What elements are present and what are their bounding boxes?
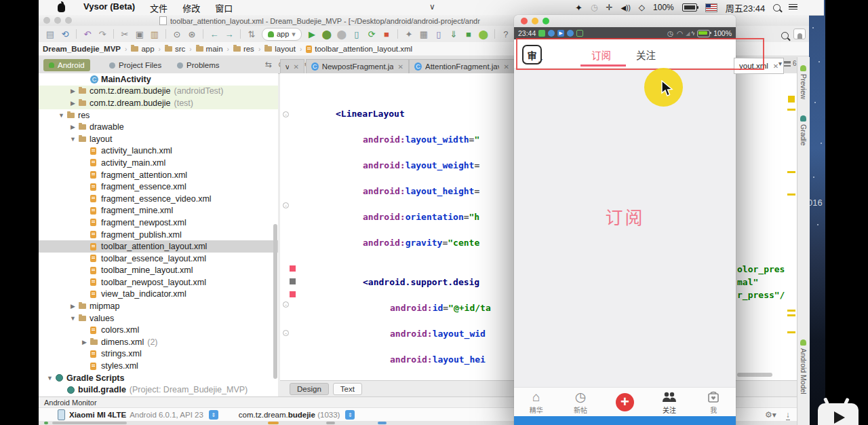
process-name[interactable]: com.tz.dream.budejie (1033) bbox=[239, 411, 340, 419]
nav-item-clock[interactable]: ◷新帖 bbox=[558, 388, 602, 417]
debug-icon[interactable]: ⬤ bbox=[320, 29, 334, 39]
close-icon[interactable] bbox=[43, 17, 50, 24]
nav-item-home[interactable]: ⌂精华 bbox=[514, 388, 558, 417]
stripe-tick[interactable] bbox=[787, 193, 795, 196]
editor-tab-1[interactable]: CNewpostFragment.java✕ bbox=[306, 59, 409, 73]
collapse-icon[interactable]: ⇆ bbox=[265, 60, 272, 69]
copy-icon[interactable]: ▣ bbox=[133, 29, 146, 39]
tool-tab-android[interactable]: Android bbox=[43, 59, 90, 71]
tree-scrollbar[interactable] bbox=[273, 224, 277, 379]
tree-item[interactable]: fragment_publish.xml bbox=[39, 229, 278, 241]
expanded-arrow-icon[interactable]: ▼ bbox=[67, 136, 79, 143]
hidden-tabs-chip[interactable]: ▾ 6 bbox=[778, 60, 797, 67]
collapsed-arrow-icon[interactable]: ▶ bbox=[67, 88, 79, 94]
mode-tab-design[interactable]: Design bbox=[290, 383, 329, 395]
back-icon[interactable]: ← bbox=[208, 29, 221, 39]
menu-item-3[interactable]: 窗口 bbox=[208, 1, 240, 14]
tree-item[interactable]: toolbar_attention_layout.xml bbox=[39, 240, 278, 253]
fold-icon[interactable]: - bbox=[283, 301, 289, 308]
tree-item[interactable]: colors.xml bbox=[39, 324, 278, 336]
expanded-arrow-icon[interactable]: ▼ bbox=[67, 315, 79, 322]
gutter-color-swatch[interactable] bbox=[290, 291, 296, 297]
nav-item-bag[interactable]: 我 bbox=[692, 388, 736, 417]
tree-item[interactable]: strings.xml bbox=[39, 348, 278, 361]
undo-icon[interactable]: ↶ bbox=[81, 29, 94, 39]
tree-item[interactable]: ▶mipmap bbox=[39, 300, 278, 312]
download-icon[interactable]: ↓ bbox=[786, 410, 790, 420]
tree-item[interactable]: ▶com.tz.dream.budejie(test) bbox=[39, 97, 278, 109]
breadcrumb-item-1[interactable]: app bbox=[131, 45, 154, 53]
tree-item[interactable]: activity_main.xml bbox=[39, 157, 278, 169]
close-icon[interactable]: ✕ bbox=[504, 63, 509, 71]
menu-item-0[interactable]: Vysor (Beta) bbox=[76, 1, 142, 14]
help-icon[interactable]: ? bbox=[499, 29, 513, 39]
breadcrumb-item-0[interactable]: Dream_Budejie_MVP bbox=[43, 45, 121, 53]
zoom-icon[interactable] bbox=[542, 18, 549, 24]
minimize-icon[interactable] bbox=[532, 18, 538, 24]
side-button-gradle[interactable]: Gradle bbox=[797, 115, 809, 146]
tree-item[interactable]: ▼res bbox=[39, 109, 278, 122]
fold-icon[interactable]: - bbox=[283, 111, 289, 117]
battery-icon[interactable] bbox=[682, 3, 697, 12]
tree-item[interactable]: toolbar_essence_layout.xml bbox=[39, 253, 278, 265]
spotlight-search-icon[interactable] bbox=[773, 4, 781, 12]
tree-item[interactable]: ▶drawable bbox=[39, 121, 278, 133]
network-icon[interactable]: ◇ bbox=[639, 3, 645, 12]
tree-item[interactable]: ▶dimens.xml(2) bbox=[39, 336, 278, 348]
error-stripe-mark[interactable] bbox=[788, 96, 795, 103]
accessibility-icon[interactable]: ✛ bbox=[606, 3, 612, 12]
tree-item[interactable]: activity_launch.xml bbox=[39, 145, 278, 158]
editor-tab-2[interactable]: CAttentionFragment.java✕ bbox=[409, 59, 515, 73]
timemachine-icon[interactable]: ◷ bbox=[591, 3, 597, 12]
stripe-tick[interactable] bbox=[787, 109, 795, 111]
tree-item[interactable]: ▼values bbox=[39, 312, 278, 325]
stripe-tick[interactable] bbox=[787, 314, 795, 316]
avd-manager-icon[interactable]: ▯ bbox=[432, 29, 446, 39]
nav-item-add[interactable]: + bbox=[603, 388, 647, 417]
close-icon[interactable]: ✕ bbox=[398, 63, 403, 71]
expanded-arrow-icon[interactable]: ▼ bbox=[56, 112, 67, 119]
tree-item[interactable]: toolbar_mine_layout.xml bbox=[39, 265, 278, 277]
stop-icon[interactable]: ■ bbox=[380, 29, 393, 39]
tree-item[interactable]: build.gradle(Project: Dream_Budejie_MVP) bbox=[39, 384, 278, 396]
tree-item[interactable]: CMainActivity bbox=[39, 73, 278, 86]
tree-item[interactable]: styles.xml bbox=[39, 360, 278, 372]
run-config-selector[interactable]: app▾ bbox=[262, 28, 302, 41]
replace-icon[interactable]: ⊛ bbox=[185, 29, 199, 39]
breadcrumb-item-3[interactable]: main bbox=[196, 45, 223, 53]
mode-tab-text[interactable]: Text bbox=[333, 383, 362, 395]
android-icon[interactable]: ⬤ bbox=[477, 29, 490, 39]
menu-item-2[interactable]: 修改 bbox=[175, 1, 208, 14]
collapsed-arrow-icon[interactable]: ▶ bbox=[79, 339, 90, 346]
paste-icon[interactable]: ▥ bbox=[148, 29, 161, 39]
stripe-tick[interactable] bbox=[787, 331, 795, 333]
tree-item[interactable]: fragment_newpost.xml bbox=[39, 217, 278, 229]
device-select[interactable]: ⇕ bbox=[209, 410, 218, 420]
rerun-icon[interactable]: ⟳ bbox=[365, 29, 378, 39]
collapsed-arrow-icon[interactable]: ▶ bbox=[67, 124, 79, 130]
gutter-color-swatch[interactable] bbox=[290, 278, 296, 284]
vysor-tray-icon[interactable]: ✦ bbox=[575, 3, 583, 13]
breadcrumb-item-2[interactable]: src bbox=[165, 45, 185, 53]
vysor-title-bar[interactable] bbox=[514, 15, 736, 28]
tree-item[interactable]: fragment_mine.xml bbox=[39, 205, 278, 217]
avatar[interactable] bbox=[793, 29, 806, 39]
collapsed-arrow-icon[interactable]: ▶ bbox=[67, 303, 79, 310]
tree-item[interactable]: ▼layout bbox=[39, 133, 278, 145]
close-icon[interactable]: ✕ bbox=[773, 62, 778, 70]
gutter-color-swatch[interactable] bbox=[290, 265, 296, 272]
forward-icon[interactable]: → bbox=[222, 29, 236, 39]
tree-item[interactable]: view_tab_indicator.xml bbox=[39, 289, 278, 301]
tool-tab-problems[interactable]: Problems bbox=[172, 59, 225, 71]
sort-icon[interactable]: ⇅ bbox=[245, 29, 258, 39]
input-language-flag-icon[interactable] bbox=[705, 3, 717, 12]
apple-menu-icon[interactable] bbox=[58, 3, 65, 12]
gear-icon[interactable]: ⚙▾ bbox=[765, 410, 776, 420]
tool-tab-project-files[interactable]: Project Files bbox=[104, 59, 167, 71]
nav-item-people[interactable]: 关注 bbox=[647, 388, 691, 417]
menubar-clock[interactable]: 周五23:44 bbox=[726, 1, 766, 14]
sync-icon[interactable]: ⟲ bbox=[58, 29, 72, 39]
structure-icon[interactable]: ■ bbox=[462, 29, 475, 39]
device-name[interactable]: Xiaomi MI 4LTE bbox=[69, 411, 126, 419]
zoom-icon[interactable] bbox=[65, 17, 72, 24]
